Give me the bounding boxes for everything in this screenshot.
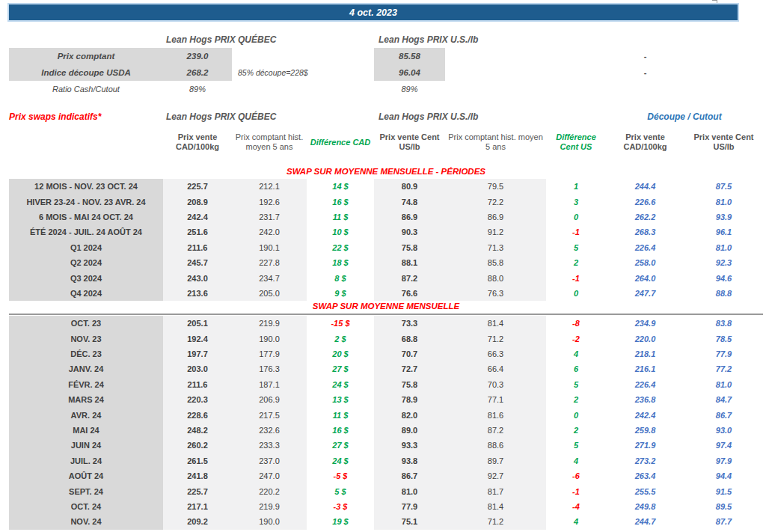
cad-sale-price: 213.6 bbox=[163, 286, 232, 301]
date-header-bar: 4 oct. 2023 bbox=[7, 3, 739, 22]
section-title: SWAP SUR MOYENNE MENSUELLE bbox=[9, 301, 763, 315]
us-hist-avg: 87.2 bbox=[445, 423, 546, 438]
us-hist-avg: 71.3 bbox=[445, 240, 546, 255]
col-header-us-hist: Prix comptant hist. moyen 5 ans bbox=[445, 123, 546, 162]
cad-sale-price: 208.9 bbox=[163, 194, 232, 209]
cutout-cad-price: 226.4 bbox=[606, 377, 684, 392]
table-row: JUIL. 24 261.5 237.0 24 $ 93.8 89.7 4 27… bbox=[9, 453, 763, 468]
cutout-cad-price: 244.4 bbox=[606, 179, 684, 194]
spot-us-header: Lean Hogs PRIX U.S./lb bbox=[374, 33, 546, 46]
cutout-us-price: 93.0 bbox=[684, 423, 763, 438]
us-difference: 5 bbox=[546, 240, 606, 255]
cad-hist-avg: 219.9 bbox=[232, 499, 307, 514]
cad-sale-price: 260.2 bbox=[163, 438, 232, 453]
us-hist-avg: 76.3 bbox=[445, 286, 546, 301]
us-sale-price: 77.9 bbox=[374, 499, 445, 514]
cutout-cad-price: 273.2 bbox=[606, 453, 684, 468]
cutout-cad-price: 264.0 bbox=[606, 270, 684, 285]
us-price-value: 96.04 bbox=[374, 64, 445, 81]
us-difference: 0 bbox=[546, 407, 606, 422]
cad-sale-price: 203.0 bbox=[163, 361, 232, 376]
cutout-us-price: 94.6 bbox=[684, 270, 763, 285]
us-sale-price: 70.7 bbox=[374, 346, 445, 361]
cutout-us-price: 78.5 bbox=[684, 331, 763, 346]
spot-row: Ratio Cash/Cutout 89% 89% bbox=[9, 81, 763, 97]
cutout-header: Découpe / Cutout bbox=[606, 110, 763, 123]
cutout-cad-price: 258.0 bbox=[606, 255, 684, 270]
us-price-value: 89% bbox=[374, 81, 445, 97]
cutout-us-price: 97.9 bbox=[684, 453, 763, 468]
table-row: Q3 2024 243.0 234.7 8 $ 87.2 88.0 -1 264… bbox=[9, 270, 763, 285]
table-row: OCT. 23 205.1 219.9 -15 $ 73.3 81.4 -8 2… bbox=[9, 316, 763, 331]
swaps-quebec-header: Lean Hogs PRIX QUÉBEC bbox=[163, 110, 307, 123]
period-label: SEPT. 24 bbox=[9, 483, 163, 498]
swaps-group-headers: Prix swaps indicatifs* Lean Hogs PRIX QU… bbox=[9, 110, 763, 123]
cad-hist-avg: 190.0 bbox=[232, 331, 307, 346]
lean-hogs-price-report: 4 oct. 2023 Lean Hogs PRIX QUÉBEC Lean H… bbox=[0, 0, 766, 532]
us-difference: -1 bbox=[546, 270, 606, 285]
us-difference: 0 bbox=[546, 210, 606, 224]
us-hist-avg: 86.9 bbox=[445, 210, 546, 224]
cutout-cad-price: 226.4 bbox=[606, 240, 684, 255]
table-row: ÉTÉ 2024 - JUIL. 24 AOÛT 24 251.6 242.0 … bbox=[9, 224, 763, 239]
cad-hist-avg: 220.2 bbox=[232, 483, 307, 498]
table-row: SEPT. 24 225.7 220.2 5 $ 81.0 81.7 -1 25… bbox=[9, 483, 763, 498]
us-hist-avg: 70.3 bbox=[445, 377, 546, 392]
us-sale-price: 89.0 bbox=[374, 423, 445, 438]
us-sale-price: 74.8 bbox=[374, 194, 445, 209]
cad-sale-price: 205.1 bbox=[163, 316, 232, 331]
cad-sale-price: 245.7 bbox=[163, 255, 232, 270]
col-header-us-diff: Différence Cent US bbox=[546, 123, 606, 162]
cad-difference: 19 $ bbox=[307, 514, 374, 529]
cad-hist-avg: 217.5 bbox=[232, 407, 307, 422]
us-difference: -6 bbox=[546, 468, 606, 483]
us-difference: -8 bbox=[546, 316, 606, 331]
cutout-note: 85% découpe=228$ bbox=[232, 64, 374, 81]
cutout-us-price: 83.8 bbox=[684, 316, 763, 331]
period-label: 6 MOIS - MAI 24 OCT. 24 bbox=[9, 210, 163, 224]
cad-difference: 22 $ bbox=[307, 240, 374, 255]
cad-difference: -5 $ bbox=[307, 468, 374, 483]
table-row: NOV. 24 209.2 190.0 19 $ 75.1 71.2 4 244… bbox=[9, 514, 763, 529]
cad-sale-price: 197.7 bbox=[163, 346, 232, 361]
cutout-cad-price: 255.5 bbox=[606, 483, 684, 498]
cad-hist-avg: 206.9 bbox=[232, 392, 307, 407]
cad-hist-avg: 205.0 bbox=[232, 286, 307, 301]
cad-sale-price: 241.8 bbox=[163, 468, 232, 483]
cad-sale-price: 251.6 bbox=[163, 224, 232, 239]
period-label: Q2 2024 bbox=[9, 255, 163, 270]
cutout-us-price: 91.5 bbox=[684, 483, 763, 498]
cad-sale-price: 225.7 bbox=[163, 179, 232, 194]
cad-hist-avg: 190.0 bbox=[232, 514, 307, 529]
table-row: FÉVR. 24 211.6 187.1 24 $ 75.8 70.3 5 22… bbox=[9, 377, 763, 392]
cutout-cad-price: 226.6 bbox=[606, 194, 684, 209]
us-sale-price: 93.3 bbox=[374, 438, 445, 453]
cutout-cad-price: 218.1 bbox=[606, 346, 684, 361]
us-sale-price: 81.0 bbox=[374, 483, 445, 498]
us-difference: 4 bbox=[546, 453, 606, 468]
us-sale-price: 93.8 bbox=[374, 453, 445, 468]
period-label: AOÛT 24 bbox=[9, 468, 163, 483]
cutout-us-price: 96.1 bbox=[684, 224, 763, 239]
us-hist-avg: 81.6 bbox=[445, 407, 546, 422]
cad-difference: 18 $ bbox=[307, 255, 374, 270]
cad-hist-avg: 187.1 bbox=[232, 377, 307, 392]
cad-sale-price: 243.0 bbox=[163, 270, 232, 285]
table-row: Q2 2024 245.7 227.8 18 $ 88.1 85.8 2 258… bbox=[9, 255, 763, 270]
us-difference: 2 bbox=[546, 423, 606, 438]
cad-difference: -15 $ bbox=[307, 316, 374, 331]
cad-difference: 5 $ bbox=[307, 483, 374, 498]
cad-difference: 11 $ bbox=[307, 407, 374, 422]
empty-header-cell bbox=[9, 123, 163, 162]
us-hist-avg: 77.1 bbox=[445, 392, 546, 407]
cutout-cad-price: 268.3 bbox=[606, 224, 684, 239]
table-row: Q4 2024 213.6 205.0 9 $ 76.6 76.3 0 247.… bbox=[9, 286, 763, 301]
cutout-cad-price: 216.1 bbox=[606, 361, 684, 376]
table-row: HIVER 23-24 - NOV. 23 AVR. 24 208.9 192.… bbox=[9, 194, 763, 209]
cad-difference: 16 $ bbox=[307, 194, 374, 209]
table-row: OCT. 24 217.1 219.9 -3 $ 77.9 81.4 -4 24… bbox=[9, 499, 763, 514]
cutout-note bbox=[232, 81, 374, 97]
period-label: MAI 24 bbox=[9, 423, 163, 438]
us-sale-price: 80.9 bbox=[374, 179, 445, 194]
table-row: 12 MOIS - NOV. 23 OCT. 24 225.7 212.1 14… bbox=[9, 179, 763, 194]
